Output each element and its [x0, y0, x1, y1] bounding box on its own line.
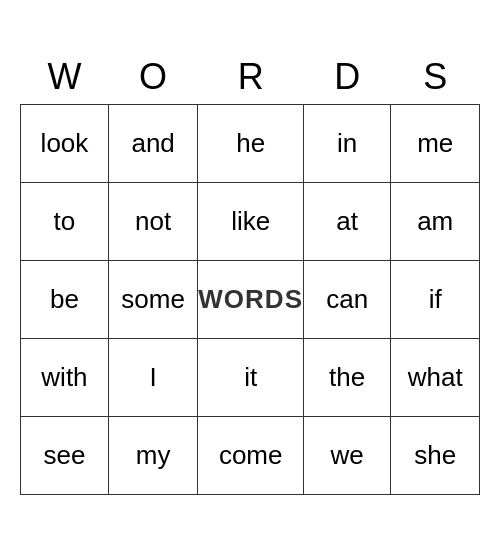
bingo-cell: it — [198, 338, 304, 416]
bingo-cell: with — [21, 338, 109, 416]
bingo-cell: am — [391, 182, 480, 260]
bingo-cell: we — [304, 416, 391, 494]
bingo-row: seemycomeweshe — [21, 416, 480, 494]
bingo-cell: and — [108, 104, 197, 182]
bingo-cell: come — [198, 416, 304, 494]
bingo-row: withIitthewhat — [21, 338, 480, 416]
bingo-cell: not — [108, 182, 197, 260]
bingo-cell: can — [304, 260, 391, 338]
bingo-row: besomeWORDScanif — [21, 260, 480, 338]
bingo-cell: at — [304, 182, 391, 260]
bingo-cell: she — [391, 416, 480, 494]
bingo-cell: some — [108, 260, 197, 338]
bingo-cell: look — [21, 104, 109, 182]
bingo-row: lookandheinme — [21, 104, 480, 182]
bingo-cell: to — [21, 182, 109, 260]
header-letter: O — [108, 50, 197, 105]
header-letter: D — [304, 50, 391, 105]
header-row: WORDS — [21, 50, 480, 105]
bingo-cell: I — [108, 338, 197, 416]
bingo-cell: my — [108, 416, 197, 494]
bingo-row: tonotlikeatam — [21, 182, 480, 260]
bingo-cell: like — [198, 182, 304, 260]
header-letter: R — [198, 50, 304, 105]
header-letter: S — [391, 50, 480, 105]
bingo-cell: be — [21, 260, 109, 338]
bingo-cell: in — [304, 104, 391, 182]
bingo-cell: he — [198, 104, 304, 182]
bingo-table: WORDS lookandheinmetonotlikeatambesomeWO… — [20, 50, 480, 495]
bingo-cell: me — [391, 104, 480, 182]
bingo-cell: see — [21, 416, 109, 494]
bingo-cell: the — [304, 338, 391, 416]
bingo-cell: WORDS — [198, 260, 304, 338]
bingo-cell: what — [391, 338, 480, 416]
bingo-cell: if — [391, 260, 480, 338]
header-letter: W — [21, 50, 109, 105]
